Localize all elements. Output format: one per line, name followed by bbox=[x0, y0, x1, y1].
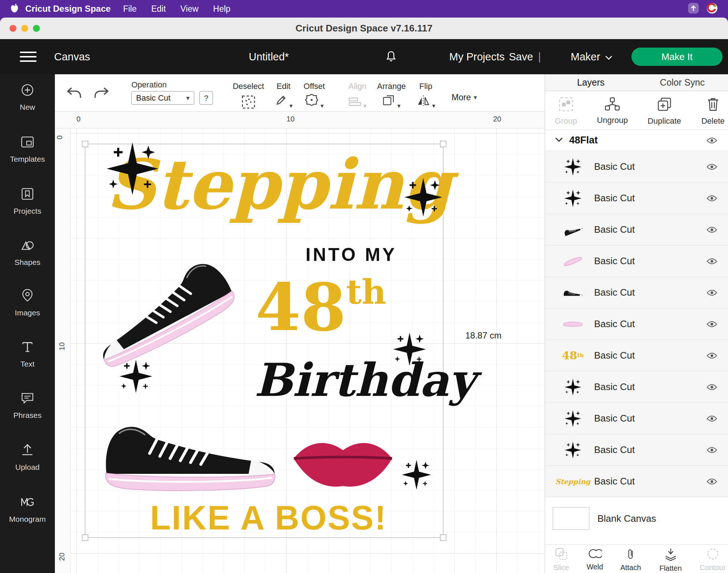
layer-label: Basic Cut bbox=[594, 255, 635, 267]
close-window-button[interactable] bbox=[10, 25, 16, 32]
layer-row[interactable]: Basic Cut bbox=[545, 183, 728, 214]
sparkle-star-image[interactable] bbox=[119, 359, 153, 395]
action-label: Flatten bbox=[659, 564, 682, 573]
apple-icon[interactable] bbox=[10, 3, 19, 15]
caret-down-icon: ▾ bbox=[397, 103, 401, 109]
minimize-window-button[interactable] bbox=[21, 25, 28, 32]
sparkle-star-image[interactable] bbox=[105, 141, 160, 198]
layer-row[interactable]: Stepping Basic Cut bbox=[545, 466, 728, 497]
cricut-logo-icon[interactable] bbox=[706, 3, 718, 15]
my-projects-link[interactable]: My Projects bbox=[449, 51, 504, 63]
ungroup-button[interactable]: Ungroup bbox=[597, 97, 628, 125]
more-tool[interactable]: More ▾ bbox=[452, 93, 477, 102]
layer-row[interactable]: Basic Cut bbox=[545, 371, 728, 403]
resize-handle-bottom-right[interactable] bbox=[440, 535, 446, 541]
save-button[interactable]: Save bbox=[509, 51, 533, 63]
sidebar-item-images[interactable]: Images bbox=[0, 288, 55, 317]
visibility-eye-icon[interactable] bbox=[707, 137, 717, 144]
operation-help-button[interactable]: ? bbox=[199, 91, 213, 105]
layer-row[interactable]: Basic Cut bbox=[545, 308, 728, 340]
deselect-tool[interactable]: Deselect bbox=[233, 82, 264, 109]
visibility-eye-icon[interactable] bbox=[707, 226, 717, 233]
design-text-into-my[interactable]: INTO MY bbox=[274, 244, 428, 265]
visibility-eye-icon[interactable] bbox=[707, 195, 717, 202]
arrange-icon bbox=[382, 94, 395, 109]
menu-edit[interactable]: Edit bbox=[151, 4, 166, 14]
make-it-button[interactable]: Make It bbox=[631, 48, 723, 66]
layer-row[interactable]: Basic Cut bbox=[545, 214, 728, 246]
operation-label: Operation bbox=[131, 80, 167, 90]
visibility-eye-icon[interactable] bbox=[707, 446, 717, 454]
visibility-eye-icon[interactable] bbox=[707, 352, 717, 359]
machine-selector[interactable]: Maker bbox=[571, 51, 613, 63]
visibility-eye-icon[interactable] bbox=[707, 258, 717, 265]
layer-row[interactable]: 48th Basic Cut bbox=[545, 340, 728, 371]
flatten-button[interactable]: Flatten bbox=[659, 548, 682, 573]
menu-help[interactable]: Help bbox=[213, 4, 230, 14]
canvas-label[interactable]: Canvas bbox=[54, 51, 90, 63]
redo-icon[interactable] bbox=[94, 86, 110, 101]
resize-handle-bottom-left[interactable] bbox=[82, 535, 88, 541]
sparkle-star-image[interactable] bbox=[401, 459, 432, 492]
design-canvas[interactable]: 0 10 20 0 10 20 Stepping INTO MY 48th Bi… bbox=[55, 112, 545, 573]
resize-handle-top-left[interactable] bbox=[82, 141, 88, 147]
menubar-app-name[interactable]: Cricut Design Space bbox=[25, 4, 110, 14]
menu-view[interactable]: View bbox=[180, 4, 198, 14]
menubar-status-icons bbox=[688, 3, 718, 15]
tab-layers[interactable]: Layers bbox=[545, 74, 637, 91]
lips-image[interactable] bbox=[291, 424, 395, 499]
panel-tabs: Layers Color Sync bbox=[545, 74, 728, 91]
sidebar-item-text[interactable]: Text bbox=[0, 339, 55, 368]
tab-color-sync[interactable]: Color Sync bbox=[637, 74, 728, 91]
hamburger-menu-icon[interactable] bbox=[20, 52, 37, 62]
display-eject-icon[interactable] bbox=[688, 3, 699, 15]
sidebar-item-phrases[interactable]: Phrases bbox=[0, 390, 55, 420]
visibility-eye-icon[interactable] bbox=[707, 289, 717, 296]
sidebar-item-templates[interactable]: Templates bbox=[0, 134, 55, 164]
text-icon bbox=[20, 339, 35, 356]
sidebar-item-projects[interactable]: Projects bbox=[0, 186, 55, 216]
tool-label: More bbox=[452, 93, 471, 102]
layer-group-name[interactable]: 48Flat bbox=[569, 135, 598, 146]
sidebar-item-new[interactable]: New bbox=[0, 82, 55, 112]
menu-file[interactable]: File bbox=[123, 4, 136, 14]
chevron-down-icon[interactable] bbox=[555, 137, 563, 144]
design-text-48th[interactable]: 48th bbox=[243, 275, 398, 340]
weld-button[interactable]: Weld bbox=[586, 548, 603, 571]
edit-tool[interactable]: Edit ▾ bbox=[274, 82, 293, 109]
design-text-like-a-boss[interactable]: LIKE A BOSS! bbox=[115, 499, 423, 537]
visibility-eye-icon[interactable] bbox=[707, 321, 717, 328]
arrange-tool[interactable]: Arrange ▾ bbox=[377, 82, 406, 109]
document-title[interactable]: Untitled* bbox=[249, 51, 289, 63]
visibility-eye-icon[interactable] bbox=[707, 383, 717, 391]
layer-row[interactable]: Basic Cut bbox=[545, 434, 728, 466]
attach-button[interactable]: Attach bbox=[620, 548, 641, 572]
visibility-eye-icon[interactable] bbox=[707, 163, 717, 171]
undo-icon[interactable] bbox=[66, 86, 82, 101]
layer-row[interactable]: Basic Cut bbox=[545, 277, 728, 308]
layer-row[interactable]: Basic Cut bbox=[545, 403, 728, 434]
zoom-window-button[interactable] bbox=[33, 25, 40, 32]
layer-row[interactable]: Basic Cut bbox=[545, 151, 728, 183]
duplicate-button[interactable]: Duplicate bbox=[648, 97, 681, 126]
ruler-tick-label: 20 bbox=[58, 553, 66, 561]
operation-select[interactable]: Basic Cut ▾ bbox=[131, 91, 194, 105]
sidebar-item-monogram[interactable]: Monogram bbox=[0, 494, 55, 524]
blank-canvas-row[interactable]: Blank Canvas bbox=[545, 507, 728, 530]
flip-tool[interactable]: Flip ▾ bbox=[416, 82, 435, 109]
sneaker-image-lower[interactable] bbox=[96, 400, 279, 493]
delete-button[interactable]: Delete bbox=[701, 97, 725, 126]
visibility-eye-icon[interactable] bbox=[707, 478, 717, 485]
sparkle-star-image[interactable] bbox=[403, 177, 443, 219]
sparkle-star-image[interactable] bbox=[392, 332, 427, 368]
sidebar-item-shapes[interactable]: Shapes bbox=[0, 237, 55, 267]
blank-canvas-thumbnail[interactable] bbox=[553, 507, 589, 530]
layer-row[interactable]: Basic Cut bbox=[545, 246, 728, 277]
layers-bottom-toolbar: Slice Weld Attach Flatten Contour bbox=[545, 544, 728, 573]
duplicate-icon bbox=[657, 97, 672, 114]
notifications-bell-icon[interactable] bbox=[385, 50, 397, 65]
offset-tool[interactable]: Offset ▾ bbox=[304, 82, 325, 109]
visibility-eye-icon[interactable] bbox=[707, 415, 717, 422]
layer-group-header[interactable]: 48Flat bbox=[545, 130, 728, 151]
sidebar-item-upload[interactable]: Upload bbox=[0, 442, 55, 472]
